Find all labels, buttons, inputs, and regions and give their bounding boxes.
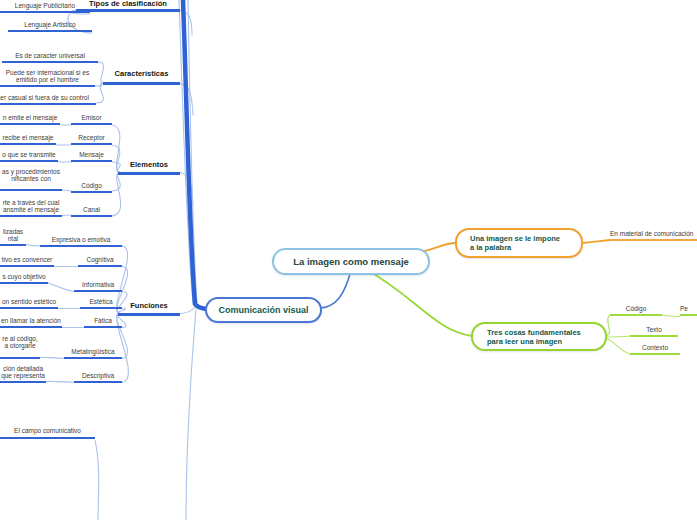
node-ser-casual[interactable]: ser casual si fuera de su control <box>0 94 96 105</box>
node-pe-clipped[interactable]: Pe <box>680 305 697 316</box>
root-node-la-imagen-como-mensaje[interactable]: La imagen como mensaje <box>272 248 430 275</box>
branch-funciones[interactable]: Funciones <box>118 302 180 316</box>
desc-receptor[interactable]: recibe el mensaje <box>0 134 56 145</box>
node-metalinguistica[interactable]: Metalingüística <box>64 348 122 359</box>
node-emisor[interactable]: Emisor <box>71 114 112 125</box>
node-estetica[interactable]: Estética <box>80 298 122 309</box>
node-informativa[interactable]: Informativa <box>74 281 122 292</box>
node-lenguaje-artistico[interactable]: Lenguaje Artistico <box>8 21 92 32</box>
node-mensaje[interactable]: Mensaje <box>71 151 112 162</box>
node-fatica[interactable]: Fática <box>84 317 122 328</box>
desc-descriptiva[interactable]: ción detallada que representa <box>0 365 46 383</box>
node-texto[interactable]: Texto <box>630 326 678 337</box>
desc-estetica[interactable]: on sentido estético <box>0 298 58 309</box>
node-codigo-green[interactable]: Código <box>610 305 662 316</box>
node-el-campo-comunicativo[interactable]: El campo comunicativo <box>0 427 95 439</box>
node-descriptiva[interactable]: Descriptiva <box>74 372 122 383</box>
node-tres-cosas-fundamentales[interactable]: Tres cosas fundamentales para leer una i… <box>471 322 607 351</box>
node-receptor[interactable]: Receptor <box>71 134 112 145</box>
branch-elementos[interactable]: Elementos <box>118 161 180 175</box>
desc-mensaje[interactable]: o que se transmite <box>0 151 58 162</box>
desc-canal[interactable]: rte a través del cual ansmite el mensaje <box>0 199 62 217</box>
desc-cognitiva[interactable]: tivo es convencer <box>0 256 54 267</box>
desc-expresiva[interactable]: lizadas ntal <box>0 228 26 246</box>
node-contexto[interactable]: Contexto <box>630 344 680 355</box>
node-codigo[interactable]: Código <box>71 182 112 193</box>
node-comunicacion-visual[interactable]: Comunicación visual <box>205 297 322 323</box>
node-lenguaje-publicitario[interactable]: Lenguaje Publicitario <box>0 2 90 13</box>
node-puede-ser-internacional[interactable]: Puede ser internacional si es emitido po… <box>0 69 95 87</box>
mindmap-canvas: Tipos de clasificación Lenguaje Publicit… <box>0 0 697 520</box>
node-cognitiva[interactable]: Cognitiva <box>78 256 122 267</box>
node-en-material-de-comunicacion[interactable]: En material de comunicación <box>610 230 697 241</box>
node-una-imagen-se-impone[interactable]: Una imagen se le impone a la palabra <box>455 228 583 258</box>
branch-tipos-de-clasificacion[interactable]: Tipos de clasificación <box>76 0 180 12</box>
desc-fatica[interactable]: en llamar la atención <box>0 317 62 328</box>
desc-metalinguistica[interactable]: re al código, a otorgarle <box>0 335 40 359</box>
node-canal[interactable]: Canal <box>71 206 112 217</box>
node-expresiva-o-emotiva[interactable]: Expresiva o emotiva <box>40 236 122 247</box>
desc-codigo[interactable]: as y procedimientos nificantes con <box>0 168 62 191</box>
desc-informativa[interactable]: s cuyo objetivo <box>0 273 48 284</box>
desc-emisor[interactable]: n emite el mensaje <box>0 114 60 125</box>
branch-caracteristicas[interactable]: Características <box>103 70 180 85</box>
node-caracter-universal[interactable]: Es de caracter universal <box>2 52 98 63</box>
